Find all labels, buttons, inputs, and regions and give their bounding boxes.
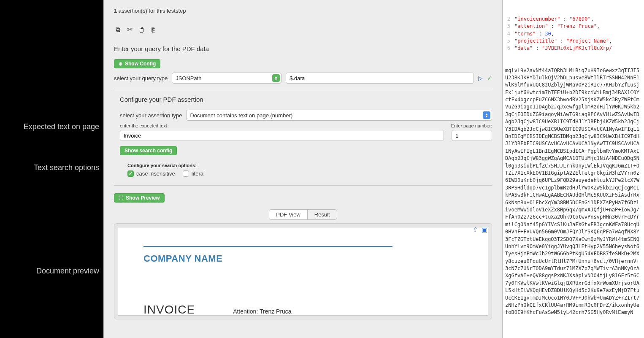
show-config-button[interactable]: ⊕ Show Config: [114, 59, 160, 68]
cut-icon[interactable]: ✄: [126, 26, 133, 33]
query-section-title: Enter your query for the PDF data: [114, 45, 492, 52]
json-line: 3"attention" : "Trenz Pruca",: [505, 23, 641, 30]
page-number-label: Enter page number:: [451, 123, 492, 128]
chevron-updown-icon: [272, 74, 280, 82]
page-number-input[interactable]: [452, 130, 492, 141]
checkbox-checked-icon: [127, 170, 134, 177]
case-insensitive-checkbox[interactable]: case insensitive: [127, 170, 175, 177]
export-icon[interactable]: ⇪: [473, 226, 478, 234]
pdf-invoice-heading: INVOICE: [143, 303, 195, 316]
assertion-count-label: 1 assertion(s) for this teststep: [114, 8, 492, 14]
query-type-select[interactable]: JSONPath: [172, 73, 281, 84]
show-preview-button[interactable]: ⛶ Show Preview: [114, 193, 165, 203]
validate-icon[interactable]: ✓: [487, 75, 492, 81]
search-options-title: Configure your search options:: [127, 163, 492, 168]
query-type-label: select your query type: [114, 75, 168, 81]
json-line: 4"terms" : 30,: [505, 30, 641, 38]
config-expand-icon: ⊕: [119, 61, 122, 67]
assertion-section-title: Configure your PDF assertion: [120, 96, 492, 103]
tab-result[interactable]: Result: [308, 210, 337, 219]
toolbar: ⧉ ✄ 📋︎ ⎘: [114, 26, 492, 33]
base64-data-content: mqlvL9v2avNf44aIQRb3LMLBiq7uH9IoGewxz3qT…: [505, 67, 641, 316]
show-search-config-button[interactable]: Show search config: [120, 146, 177, 155]
copy-icon[interactable]: ⧉: [114, 26, 122, 33]
expected-text-input[interactable]: [120, 130, 444, 141]
annotation-expected-text: Expected text on page: [0, 119, 103, 135]
assertion-type-value: Document contains text on page (number): [190, 112, 292, 119]
tab-pdf-view[interactable]: PDF View: [269, 210, 308, 219]
preview-tabs: PDF View Result: [269, 209, 337, 220]
case-insensitive-label: case insensitive: [136, 170, 175, 177]
pdf-preview-container: ⇪ ▣ COMPANY NAME INVOICE Attention: Tren…: [114, 223, 492, 319]
show-search-config-label: Show search config: [124, 148, 172, 154]
query-type-value: JSONPath: [176, 75, 201, 81]
pdf-page: COMPANY NAME INVOICE Attention: Trenz Pr…: [118, 227, 488, 316]
pdf-company-name: COMPANY NAME: [143, 253, 463, 264]
show-preview-label: Show Preview: [126, 195, 160, 201]
checkbox-unchecked-icon: [183, 170, 189, 177]
json-line: 6"data" : "JVBERi0xLjMKJcTl8uXrp/: [505, 45, 641, 52]
pdf-attention-line: Attention: Trenz Pruca: [233, 308, 292, 315]
paste-icon[interactable]: 📋︎: [138, 26, 145, 33]
query-input[interactable]: [286, 73, 474, 84]
literal-checkbox[interactable]: literal: [183, 170, 205, 177]
image-icon[interactable]: ▣: [482, 226, 487, 234]
json-line: 5"projecttitle" : "Project Name",: [505, 38, 641, 45]
main-content-panel: 1 assertion(s) for this teststep ⧉ ✄ 📋︎ …: [103, 0, 503, 338]
duplicate-icon[interactable]: ⎘: [149, 26, 157, 33]
literal-label: literal: [192, 170, 205, 177]
left-annotation-panel: Expected text on page Text search option…: [0, 0, 103, 338]
expected-text-label: enter the expected text: [120, 123, 167, 128]
annotation-search-options: Text search options: [0, 160, 103, 176]
assertion-type-select[interactable]: Document contains text on page (number): [186, 110, 492, 121]
show-config-label: Show Config: [125, 61, 156, 67]
run-query-icon[interactable]: ▷: [478, 75, 483, 81]
annotation-document-preview: Document preview: [0, 263, 103, 279]
json-line: 2"invoicenumber" : "67890",: [505, 16, 641, 23]
json-response-panel: 2"invoicenumber" : "67890",3"attention" …: [503, 0, 644, 338]
preview-expand-icon: ⛶: [119, 195, 123, 200]
assertion-type-label: select your assertion type: [120, 112, 182, 119]
chevron-updown-icon: [483, 111, 490, 119]
